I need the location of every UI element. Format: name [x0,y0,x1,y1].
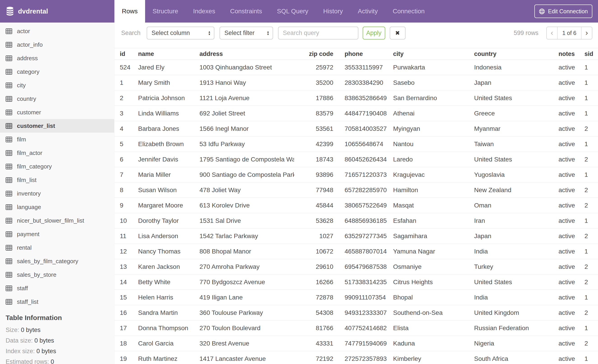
tab-sql-query[interactable]: SQL Query [269,0,316,23]
cell-sid: 1 [583,324,598,332]
sidebar-item-label: sales_by_store [17,271,56,278]
tab-bar: RowsStructureIndexesConstraintsSQL Query… [114,0,432,23]
cell-city: Kaduna [393,340,474,347]
sidebar-item-sales-by-store[interactable]: sales_by_store [0,268,114,282]
tab-history[interactable]: History [316,0,350,23]
sidebar-item-film-actor[interactable]: film_actor [0,146,114,160]
column-select[interactable]: Select column ▲▼ [147,27,214,40]
column-header-sid: sid [583,50,598,57]
sidebar-item-customer[interactable]: customer [0,105,114,119]
tab-constraints[interactable]: Constraints [223,0,270,23]
cell-name: Karen Jackson [138,263,199,270]
tab-indexes[interactable]: Indexes [186,0,223,23]
table-information-fields: Size: 0 bytesData size: 0 bytesIndex siz… [6,325,114,364]
table-row[interactable]: 6Jennifer Davis1795 Santiago de Composte… [114,152,598,167]
cell-address: 1121 Loja Avenue [199,95,294,102]
cell-sid: 2 [583,279,598,286]
table-info-size: Size: 0 bytes [6,325,114,335]
tab-activity[interactable]: Activity [350,0,385,23]
cell-id: 18 [120,340,138,347]
sidebar-item-film-list[interactable]: film_list [0,173,114,187]
table-row[interactable]: 12Nancy Thomas808 Bhopal Manor1067246588… [114,244,598,259]
table-row[interactable]: 19Ruth Martinez1417 Lancaster Avenue7219… [114,351,598,364]
sidebar-item-film[interactable]: film [0,133,114,146]
table-row[interactable]: 3Linda Williams692 Joliet Street83579448… [114,106,598,121]
table-icon [6,231,12,237]
cell-name: Helen Harris [138,294,199,301]
cell-sid: 1 [583,64,598,71]
table-row[interactable]: 16Sandra Martin360 Toulouse Parkway54308… [114,305,598,321]
sidebar-item-payment[interactable]: payment [0,227,114,241]
cell-zip-code: 29610 [294,263,333,270]
sidebar-item-film-category[interactable]: film_category [0,160,114,173]
table-row[interactable]: 14Betty White770 Bydgoszcz Avenue1626651… [114,275,598,290]
table-row[interactable]: 9Margaret Moore613 Korolev Drive45844380… [114,198,598,213]
table-row[interactable]: 8Susan Wilson478 Joliet Way7794865728228… [114,182,598,198]
sidebar-item-actor-info[interactable]: actor_info [0,38,114,51]
sidebar-item-language[interactable]: language [0,200,114,214]
table-row[interactable]: 1Mary Smith1913 Hanoi Way352002830338429… [114,75,598,90]
table-row[interactable]: 18Carol Garcia320 Brest Avenue4333174779… [114,336,598,351]
apply-button[interactable]: Apply [363,27,385,40]
cell-zip-code: 54308 [294,309,333,316]
sidebar-item-inventory[interactable]: inventory [0,187,114,200]
sidebar-item-address[interactable]: address [0,51,114,65]
sidebar-item-city[interactable]: city [0,79,114,92]
table-row[interactable]: 5Elizabeth Brown53 Idfu Parkway423991065… [114,137,598,152]
cell-zip-code: 45844 [294,202,333,209]
table-row[interactable]: 10Dorothy Taylor1531 Sal Drive5362864885… [114,213,598,228]
cell-id: 14 [120,279,138,286]
sidebar-item-customer-list[interactable]: customer_list [0,119,114,133]
sidebar-item-label: film_actor [17,150,42,156]
tab-connection[interactable]: Connection [385,0,432,23]
sidebar-item-staff[interactable]: staff [0,282,114,295]
sidebar-item-staff-list[interactable]: staff_list [0,295,114,308]
info-label: Size: [6,327,21,333]
sidebar-item-sales-by-film-category[interactable]: sales_by_film_category [0,254,114,268]
cell-notes: active [558,217,583,224]
sidebar: actor actor_info address category city c… [0,23,114,364]
tab-rows[interactable]: Rows [114,0,145,23]
table-row[interactable]: 7Maria Miller900 Santiago de Compostela … [114,167,598,182]
table-row[interactable]: 11Lisa Anderson1542 Tarlac Parkway102763… [114,228,598,244]
cell-country: United States [474,95,558,102]
search-label: Search [121,27,141,40]
cell-zip-code: 16266 [294,279,333,286]
sidebar-item-actor[interactable]: actor [0,24,114,38]
tab-structure[interactable]: Structure [145,0,186,23]
table-row[interactable]: 17Donna Thompson270 Toulon Boulevard8176… [114,321,598,336]
rows-count: 599 rows [514,27,539,40]
search-query-input[interactable] [278,27,358,40]
cell-country: Japan [474,79,558,86]
sidebar-item-country[interactable]: country [0,92,114,105]
table-row[interactable]: 13Karen Jackson270 Amroha Parkway2961069… [114,259,598,275]
cell-id: 11 [120,233,138,240]
cell-country: Myanmar [474,125,558,132]
previous-page-button[interactable]: ‹ [547,27,558,39]
sidebar-item-label: film_list [17,177,37,184]
table-row[interactable]: 15Helen Harris419 Iligan Lane72878990911… [114,290,598,305]
next-page-button[interactable]: › [581,27,592,39]
sidebar-item-category[interactable]: category [0,65,114,79]
clear-search-button[interactable]: ✖ [390,27,406,40]
cell-zip-code: 42399 [294,140,333,148]
cell-zip-code: 18743 [294,156,333,163]
table-row[interactable]: 2Patricia Johnson1121 Loja Avenue1788683… [114,90,598,106]
cell-city: Hamilton [393,186,474,194]
cell-zip-code: 81766 [294,324,333,332]
table-row[interactable]: 4Barbara Jones1566 Inegl Manor5356170581… [114,121,598,137]
table-row[interactable]: 524Jared Ely1003 Qinhuangdao Street25972… [114,60,598,75]
sidebar-item-nicer-but-slower-film-list[interactable]: nicer_but_slower_film_list [0,214,114,227]
cell-id: 6 [120,156,138,163]
cell-address: 360 Toulouse Parkway [199,309,294,316]
cell-sid: 2 [583,202,598,209]
sidebar-item-label: nicer_but_slower_film_list [17,217,84,224]
table-icon [6,177,12,183]
filter-select[interactable]: Select filter ▲▼ [220,27,273,40]
cell-address: 1417 Lancaster Avenue [199,355,294,362]
cell-notes: active [558,171,583,178]
column-header-country: country [474,50,558,57]
app-window: dvdrental RowsStructureIndexesConstraint… [0,0,598,364]
edit-connection-button[interactable]: Edit Connection [534,5,592,18]
sidebar-item-rental[interactable]: rental [0,241,114,254]
